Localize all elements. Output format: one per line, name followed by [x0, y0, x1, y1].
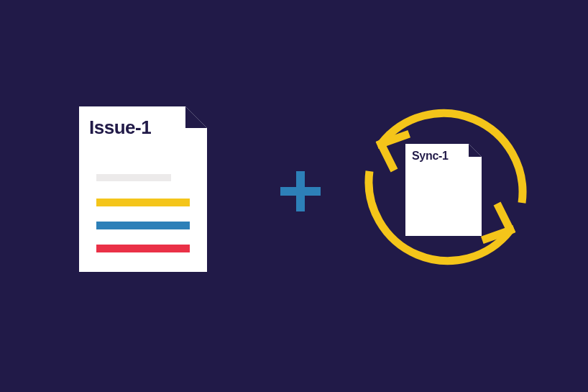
plus-icon — [280, 171, 321, 211]
issue-line-red — [96, 245, 190, 252]
sync-document: Sync-1 — [405, 144, 482, 236]
diagram-canvas: Issue-1 Sync-1 — [0, 0, 588, 392]
sync-document-title: Sync-1 — [412, 150, 449, 163]
svg-rect-1 — [280, 187, 321, 196]
page-fold-shadow-icon — [469, 144, 482, 157]
issue-document-title: Issue-1 — [89, 117, 151, 139]
issue-document: Issue-1 — [79, 106, 207, 272]
page-fold-shadow-icon — [185, 106, 207, 128]
issue-line-gray — [96, 174, 171, 181]
issue-line-yellow — [96, 199, 190, 206]
issue-line-blue — [96, 222, 190, 229]
